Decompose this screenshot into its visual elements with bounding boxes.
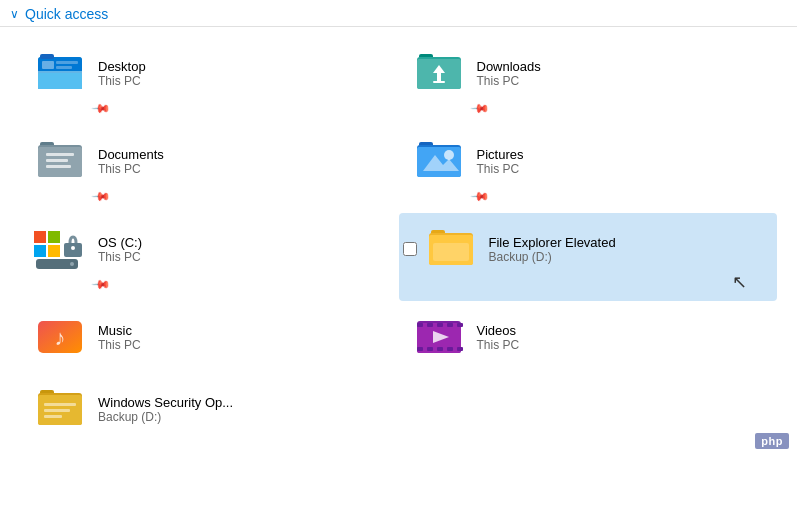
file-explorer-location: Backup (D:): [489, 250, 616, 264]
svg-rect-26: [34, 245, 46, 257]
grid-item-documents[interactable]: Documents This PC 📌: [20, 125, 399, 213]
svg-rect-12: [433, 81, 445, 83]
grid-item-videos[interactable]: Videos This PC: [399, 301, 778, 373]
items-grid: Desktop This PC 📌 Downloads This PC: [0, 27, 797, 455]
windows-security-icon: [34, 383, 86, 435]
svg-rect-35: [433, 243, 469, 261]
pin-icon: 📌: [470, 98, 491, 119]
php-badge: php: [755, 433, 789, 449]
downloads-name: Downloads: [477, 59, 541, 74]
documents-name: Documents: [98, 147, 164, 162]
desktop-location: This PC: [98, 74, 146, 88]
downloads-location: This PC: [477, 74, 541, 88]
svg-rect-3: [38, 73, 82, 89]
svg-rect-54: [44, 403, 76, 406]
svg-rect-56: [44, 415, 62, 418]
pin-icon: 📌: [470, 186, 491, 207]
svg-rect-55: [44, 409, 70, 412]
svg-rect-40: [417, 323, 423, 327]
grid-item-os[interactable]: OS (C:) This PC 📌: [20, 213, 399, 301]
svg-rect-42: [437, 323, 443, 327]
file-explorer-checkbox[interactable]: [403, 242, 417, 256]
grid-item-desktop[interactable]: Desktop This PC 📌: [20, 37, 399, 125]
file-explorer-name: File Explorer Elevated: [489, 235, 616, 250]
grid-item-pictures[interactable]: Pictures This PC 📌: [399, 125, 778, 213]
svg-rect-41: [427, 323, 433, 327]
svg-rect-7: [40, 54, 54, 59]
svg-rect-16: [46, 153, 74, 156]
svg-rect-48: [447, 347, 453, 351]
grid-item-downloads[interactable]: Downloads This PC 📌: [399, 37, 778, 125]
svg-rect-43: [447, 323, 453, 327]
svg-rect-4: [42, 61, 54, 69]
svg-rect-24: [34, 231, 46, 243]
quick-access-header[interactable]: ∨ Quick access: [0, 0, 797, 27]
svg-rect-17: [46, 159, 68, 162]
os-c-icon: [34, 223, 86, 275]
windows-security-location: Backup (D:): [98, 410, 233, 424]
os-name: OS (C:): [98, 235, 142, 250]
svg-rect-47: [437, 347, 443, 351]
header-title: Quick access: [25, 6, 108, 22]
svg-rect-5: [56, 61, 78, 64]
grid-item-windows-security[interactable]: Windows Security Op... Backup (D:): [20, 373, 399, 445]
pin-icon: 📌: [91, 274, 112, 295]
svg-rect-6: [56, 66, 72, 69]
pictures-location: This PC: [477, 162, 524, 176]
grid-item-file-explorer-elevated[interactable]: File Explorer Elevated Backup (D:) ↖: [399, 213, 778, 301]
svg-rect-27: [48, 245, 60, 257]
svg-rect-45: [417, 347, 423, 351]
videos-name: Videos: [477, 323, 520, 338]
downloads-icon: [413, 47, 465, 99]
pin-icon: 📌: [91, 98, 112, 119]
file-explorer-elevated-icon: [425, 223, 477, 275]
chevron-icon: ∨: [10, 7, 19, 21]
music-name: Music: [98, 323, 141, 338]
os-location: This PC: [98, 250, 142, 264]
desktop-icon: [34, 47, 86, 99]
music-icon: ♪: [34, 311, 86, 363]
svg-point-23: [444, 150, 454, 160]
videos-icon: [413, 311, 465, 363]
grid-item-music[interactable]: ♪ Music This PC: [20, 301, 399, 373]
documents-icon: [34, 135, 86, 187]
svg-rect-46: [427, 347, 433, 351]
desktop-name: Desktop: [98, 59, 146, 74]
pictures-name: Pictures: [477, 147, 524, 162]
documents-location: This PC: [98, 162, 164, 176]
svg-point-31: [70, 262, 74, 266]
videos-location: This PC: [477, 338, 520, 352]
svg-rect-44: [457, 323, 463, 327]
music-location: This PC: [98, 338, 141, 352]
pictures-icon: [413, 135, 465, 187]
pin-icon: 📌: [91, 186, 112, 207]
windows-security-name: Windows Security Op...: [98, 395, 233, 410]
svg-rect-49: [457, 347, 463, 351]
svg-rect-18: [46, 165, 71, 168]
svg-rect-25: [48, 231, 60, 243]
svg-point-29: [71, 246, 75, 250]
svg-text:♪: ♪: [55, 325, 66, 350]
